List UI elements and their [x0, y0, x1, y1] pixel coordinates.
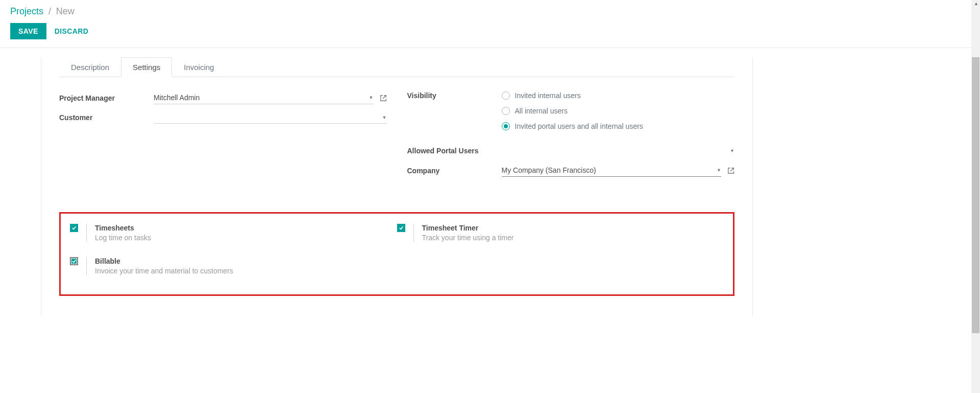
breadcrumb-root-link[interactable]: Projects — [10, 6, 43, 16]
option-billable: Billable Invoice your time and material … — [70, 257, 397, 275]
radio-icon — [502, 91, 510, 100]
option-timesheets-desc: Log time on tasks — [95, 234, 151, 242]
vertical-scrollbar[interactable]: ▲ — [971, 0, 980, 393]
allowed-portal-users-select[interactable]: ▼ — [502, 145, 735, 157]
customer-label: Customer — [59, 113, 154, 122]
option-timesheet-timer: Timesheet Timer Track your time using a … — [397, 224, 724, 242]
option-billable-title: Billable — [95, 257, 233, 265]
option-timesheets-title: Timesheets — [95, 224, 151, 232]
company-select[interactable]: My Company (San Francisco) ▼ — [502, 164, 722, 177]
caret-down-icon: ▼ — [382, 115, 387, 120]
company-label: Company — [407, 167, 502, 175]
project-manager-select[interactable]: Mitchell Admin ▼ — [154, 91, 374, 104]
checkbox-billable[interactable] — [70, 257, 78, 265]
option-timesheets: Timesheets Log time on tasks — [70, 224, 397, 242]
scrollbar-thumb[interactable] — [972, 57, 979, 333]
options-highlight-block: Timesheets Log time on tasks Timesheet T… — [59, 212, 734, 296]
form-right-column: Visibility Invited internal users All in… — [407, 91, 735, 184]
external-link-icon[interactable] — [727, 167, 734, 174]
save-button[interactable]: SAVE — [10, 23, 46, 39]
breadcrumb-separator: / — [45, 6, 54, 16]
form-sheet: Description Settings Invoicing Project M… — [41, 57, 753, 316]
option-billable-desc: Invoice your time and material to custom… — [95, 267, 233, 275]
radio-icon — [502, 107, 510, 115]
option-timesheet-timer-title: Timesheet Timer — [422, 224, 514, 232]
project-manager-label: Project Manager — [59, 94, 154, 102]
visibility-label: Visibility — [407, 91, 502, 100]
caret-down-icon: ▼ — [730, 148, 734, 153]
tab-description[interactable]: Description — [59, 57, 121, 77]
visibility-radio-invited-portal[interactable]: Invited portal users and all internal us… — [502, 122, 735, 130]
option-timesheet-timer-desc: Track your time using a timer — [422, 234, 514, 242]
caret-down-icon: ▼ — [369, 95, 374, 100]
tab-bar: Description Settings Invoicing — [59, 57, 734, 77]
checkbox-timesheets[interactable] — [70, 224, 78, 232]
breadcrumb: Projects / New — [0, 0, 980, 21]
scroll-arrow-up-icon: ▲ — [974, 1, 978, 6]
breadcrumb-current: New — [56, 6, 75, 16]
visibility-radio-invited-internal[interactable]: Invited internal users — [502, 91, 735, 100]
action-buttons: SAVE DISCARD — [0, 21, 980, 48]
customer-select[interactable]: ▼ — [154, 111, 387, 124]
tab-settings[interactable]: Settings — [121, 57, 172, 77]
allowed-portal-users-label: Allowed Portal Users — [407, 147, 502, 155]
tab-invoicing[interactable]: Invoicing — [172, 57, 226, 77]
external-link-icon[interactable] — [380, 95, 387, 102]
radio-icon-checked — [502, 122, 510, 130]
caret-down-icon: ▼ — [717, 168, 721, 173]
form-left-column: Project Manager Mitchell Admin ▼ Custome… — [59, 91, 387, 184]
visibility-radio-all-internal[interactable]: All internal users — [502, 107, 735, 115]
checkbox-timesheet-timer[interactable] — [397, 224, 405, 232]
discard-button[interactable]: DISCARD — [55, 27, 89, 35]
